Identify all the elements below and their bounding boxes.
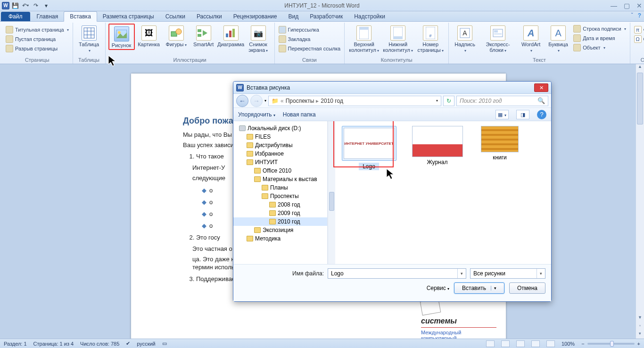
prev-page-icon[interactable]: ◦ [636,323,644,330]
footer-button[interactable]: Нижний колонтитул▾ [381,24,414,55]
dropcap-button[interactable]: AБуквица▾ [545,24,571,55]
tab-file[interactable]: Файл [1,12,30,21]
zoom-in-button[interactable]: + [637,341,640,347]
view-outline-button[interactable] [531,340,540,347]
zoom-slider[interactable] [587,343,635,345]
chevron-down-icon[interactable]: ▾ [457,269,466,278]
insert-mode-icon[interactable]: ▭ [162,340,167,347]
scroll-down-icon[interactable]: ▼ [636,315,644,323]
object-button[interactable]: Объект▾ [572,43,627,52]
blank-page-button[interactable]: Пустая страница [5,35,70,43]
tab-home[interactable]: Главная [31,12,64,21]
symbol-button[interactable]: ΩСимвол▾ [633,35,644,43]
crumb-item[interactable]: Проспекты [286,98,314,104]
preview-pane-button[interactable]: ◨ [516,110,529,119]
zoom-level[interactable]: 100% [561,341,575,347]
tree-disk[interactable]: Локальный диск (D:) [233,124,327,133]
dialog-close-button[interactable]: ✕ [534,83,548,92]
scroll-thumb[interactable] [637,73,643,124]
tab-layout[interactable]: Разметка страницы [97,12,160,21]
qat-customize-icon[interactable]: ▾ [41,1,51,10]
breadcrumb[interactable]: 📁 « Проспекты ▸ 2010 год ▾ [268,96,441,106]
minimize-icon[interactable]: — [611,2,617,9]
file-item-selected[interactable]: ИНТЕРНЕТ УНИВЕРСИТЕТ Logo [342,126,396,170]
chart-button[interactable]: Диаграмма [218,24,244,48]
tab-insert[interactable]: Вставка [64,11,97,22]
minimize-ribbon-icon[interactable]: ˇ [631,12,633,19]
organize-button[interactable]: Упорядочить ▾ [238,111,275,118]
view-printlayout-button[interactable] [486,340,495,347]
zoom-out-button[interactable]: − [581,341,584,347]
chevron-down-icon[interactable]: ▾ [436,99,438,103]
scroll-up-icon[interactable]: ▲ [636,64,644,72]
status-section[interactable]: Раздел: 1 [4,341,27,347]
screenshot-button[interactable]: 📷Снимок экрана▾ [245,24,272,55]
clipart-button[interactable]: 🖼Картинка [136,24,162,48]
tree-item[interactable]: ИНТУИТ [233,158,327,166]
equation-button[interactable]: πФормула▾ [633,25,644,34]
proofing-icon[interactable]: ✔ [126,340,130,347]
dialog-help-button[interactable]: ? [537,110,546,119]
status-lang[interactable]: русский [137,341,155,347]
tree-item[interactable]: Избранное [233,149,327,158]
search-input[interactable]: Поиск: 2010 год 🔍 [456,96,548,106]
shapes-button[interactable]: Фигуры▾ [163,24,190,49]
status-page[interactable]: Страница: 1 из 4 [33,341,74,347]
tree-item[interactable]: Методика [233,234,327,243]
smartart-button[interactable]: SmartArt [190,24,217,48]
redo-icon[interactable]: ↷ [31,1,41,10]
wordart-button[interactable]: AWordArt▾ [518,24,544,55]
table-button[interactable]: Таблица▾ [76,24,102,55]
tree-item[interactable]: Материалы к выстав [233,175,327,183]
filter-combo[interactable]: Все рисунки▾ [470,268,545,279]
nav-history-icon[interactable]: ▾ [264,99,266,103]
tree-item[interactable]: Office 2010 [233,166,327,175]
header-button[interactable]: Верхний колонтитул▾ [347,24,380,55]
scroll-thumb[interactable] [329,192,334,211]
picture-button[interactable]: Рисунок [108,24,135,50]
undo-icon[interactable]: ↶▾ [21,1,30,10]
search-icon[interactable]: 🔍 [537,97,545,104]
dialog-titlebar[interactable]: W Вставка рисунка ✕ [233,82,551,94]
tab-addins[interactable]: Надстройки [348,12,391,21]
filename-input[interactable]: Logo▾ [328,268,466,279]
textbox-button[interactable]: AНадпись▾ [452,24,478,55]
cover-page-button[interactable]: Титульная страница▾ [5,25,70,34]
new-folder-button[interactable]: Новая папка [283,111,316,118]
tab-review[interactable]: Рецензирование [228,12,283,21]
page-break-button[interactable]: Разрыв страницы [5,44,70,53]
file-item[interactable]: книги [479,126,521,161]
file-item[interactable]: Журнал [410,126,464,166]
nav-forward-button[interactable]: → [250,95,263,107]
view-draft-button[interactable] [546,340,555,347]
close-icon[interactable]: ✕ [636,2,642,9]
tree-item[interactable]: 2008 год [233,200,327,209]
datetime-button[interactable]: Дата и время [572,34,627,42]
tab-references[interactable]: Ссылки [160,12,191,21]
tree-item[interactable]: FILES [233,133,327,141]
crumb-item[interactable]: 2010 год [321,98,343,104]
vertical-scrollbar[interactable]: ▲ ▼ ◦ ▾ [636,64,644,339]
view-web-button[interactable] [516,340,525,347]
tree-item-selected[interactable]: 2010 год [233,217,327,226]
tools-button[interactable]: Сервис ▾ [427,285,449,291]
tree-item[interactable]: 2009 год [233,209,327,217]
maximize-icon[interactable]: ▢ [624,2,630,9]
hyperlink-button[interactable]: Гиперссылка [278,25,342,34]
tab-mailings[interactable]: Рассылки [191,12,228,21]
tree-item[interactable]: Экспозиция [233,226,327,234]
nav-back-button[interactable]: ← [236,95,248,107]
tab-developer[interactable]: Разработчик [304,12,348,21]
tab-view[interactable]: Вид [282,12,304,21]
status-words[interactable]: Число слов: 785 [80,341,119,347]
tree-scrollbar[interactable] [328,121,335,264]
chevron-down-icon[interactable]: ▾ [537,269,545,278]
next-page-icon[interactable]: ▾ [636,331,644,339]
tree-item[interactable]: Дистрибутивы [233,141,327,149]
quickparts-button[interactable]: Экспресс-блоки▾ [479,24,517,55]
tree-item[interactable]: Планы [233,183,327,192]
bookmark-button[interactable]: Закладка [278,35,342,43]
help-icon[interactable]: ? [638,12,641,19]
save-icon[interactable]: 💾 [10,1,20,10]
view-fullscreen-button[interactable] [501,340,510,347]
